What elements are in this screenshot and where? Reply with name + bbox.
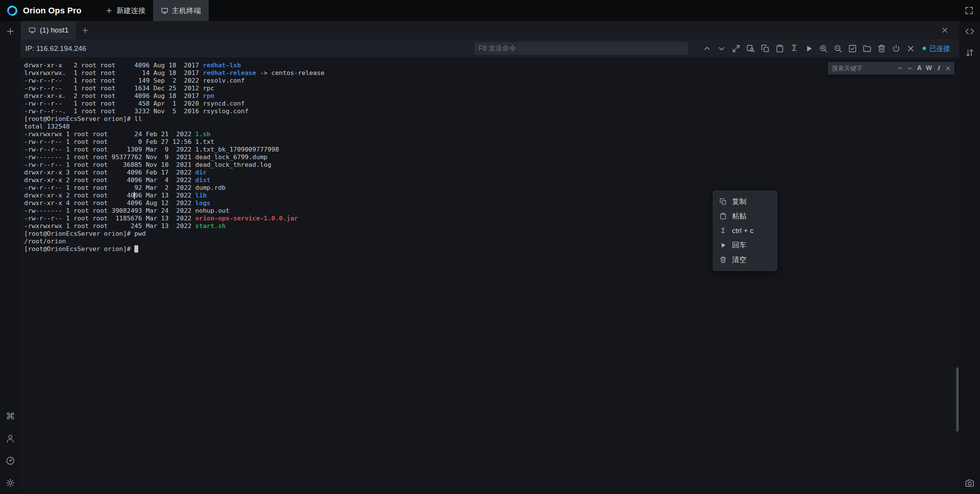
checkbox-button[interactable] [845,39,860,57]
play-button[interactable] [802,39,816,57]
search-buttons: AWI [895,62,953,75]
code-icon [965,26,975,36]
trash-button[interactable] [874,39,889,57]
expand-icon [732,44,741,53]
camera-button[interactable] [964,477,975,489]
close-terminal-button[interactable] [936,26,954,34]
nav-host-terminal-label: 主机终端 [172,6,201,16]
play-icon [804,44,813,53]
tabbar: (1) host1 [21,21,959,39]
chevron-down-button[interactable] [905,62,915,75]
fullscreen-button[interactable] [964,6,974,15]
context-menu-item[interactable]: 粘贴 [713,209,777,223]
command-icon: ⌘ [5,411,15,421]
close-button[interactable] [903,39,918,57]
regex-button[interactable]: I [934,62,943,75]
app-title: Orion Ops Pro [23,6,82,16]
screen-search-button[interactable] [743,39,758,57]
plus-button[interactable] [5,26,16,37]
terminal-line: total 132548 [24,123,950,130]
terminal-line: /root/orion [24,238,950,245]
copy-icon [719,198,727,205]
power-button[interactable] [889,39,903,57]
terminal-cursor [134,245,138,253]
terminal-line: -rw-r--r--. 1 root root 3232 Nov 5 2016 … [24,108,950,115]
terminal-toolbar: IP: 116.62.194.246 Σ 已连接 [21,39,959,57]
sigma-icon: Σ [790,44,799,53]
paste-button[interactable] [773,39,787,57]
dashboard-button[interactable] [5,455,16,466]
command-input[interactable] [474,42,688,55]
terminal-output: drwxr-xr-x 2 root root 4096 Aug 18 2017 … [24,62,950,494]
toolbar-icons: Σ [700,39,918,57]
sigma-icon: Σ [719,227,727,235]
chevron-down-button[interactable] [714,39,729,57]
zoom-in-button[interactable] [816,39,831,57]
terminal-line: -rwxrwxrwx 1 root root 24 Feb 21 2022 1.… [24,130,950,138]
nav-host-terminal[interactable]: 主机终端 [153,0,209,21]
context-menu-item-label: 清空 [732,255,746,265]
zoom-out-icon [833,44,843,53]
gear-button[interactable] [5,477,16,489]
terminal-line: drwxr-xr-x 2 root root 4096 Aug 18 2017 … [24,62,950,69]
terminal-scrollbar[interactable] [956,367,959,432]
expand-button[interactable] [729,39,743,57]
chevron-up-button[interactable] [895,62,905,75]
terminal-line: -rw-r--r-- 1 root root 36885 Nov 10 2021… [24,161,950,169]
chevron-up-button[interactable] [700,39,714,57]
terminal-line: drwxr-xr-x 2 root root 4096 Mar 13 2022 … [24,192,950,199]
context-menu-item[interactable]: 清空 [713,253,777,267]
context-menu-item[interactable]: 回车 [713,238,777,253]
terminal-line: -rw-r--r-- 1 root root 92 Mar 2 2022 dum… [24,184,950,192]
terminal-line: -rw------- 1 root root 39082493 Mar 24 2… [24,207,950,215]
search-input[interactable] [832,65,895,72]
context-menu-item-label: ctrl + c [732,227,753,235]
status-label: 已连接 [929,44,950,53]
nav-new-connection-label: 新建连接 [116,6,145,16]
terminal-line: -rw-r--r-- 1 root root 0 Feb 27 12:56 1.… [24,138,950,146]
terminal-line: -rw-r--r-- 1 root root 149 Sep 2 2022 re… [24,77,950,85]
new-tab-button[interactable] [76,21,95,39]
paste-icon [775,44,784,53]
zoom-out-button[interactable] [831,39,845,57]
context-menu-item-label: 回车 [732,240,746,250]
context-menu-item-label: 粘贴 [732,211,746,221]
match-case-button[interactable]: A [915,62,924,75]
sigma-button[interactable]: Σ [787,39,802,57]
copy-button[interactable] [758,39,773,57]
camera-icon [965,478,975,488]
command-button[interactable]: ⌘ [5,411,16,422]
terminal-line: drwxr-xr-x 4 root root 4096 Aug 12 2022 … [24,199,950,207]
terminal-line: drwxr-xr-x. 2 root root 4096 Aug 18 2017… [24,92,950,100]
terminal-search-bar: AWI [828,62,954,75]
left-rail: ⌘ [0,21,21,494]
user-button[interactable] [5,433,16,444]
folder-button[interactable] [860,39,874,57]
plus-icon [5,26,15,36]
right-rail [959,21,980,494]
terminal-line: lrwxrwxrwx. 1 root root 14 Aug 18 2017 r… [24,69,950,77]
terminal-line: [root@OrionEcsServer orion]# [24,245,950,253]
folder-icon [862,44,872,53]
close-button[interactable] [943,62,953,75]
terminal-tab[interactable]: (1) host1 [21,21,76,39]
whole-word-button[interactable]: W [924,62,934,75]
terminal-line: -rw------- 1 root root 95377762 Nov 9 20… [24,153,950,161]
terminal-line: drwxr-xr-x 3 root root 4096 Feb 17 2022 … [24,169,950,176]
terminal-line: -rw-r--r-- 1 root root 1309 Mar 9 2022 1… [24,146,950,153]
app-logo-icon [6,5,18,17]
fullscreen-icon [964,6,974,15]
chevron-down-icon [906,65,913,72]
plus-icon [81,26,89,34]
context-menu-item[interactable]: 复制 [713,194,777,209]
context-menu-item[interactable]: Σctrl + c [713,223,777,238]
swap-vertical-button[interactable] [964,47,975,59]
close-icon [945,65,951,72]
nav-new-connection[interactable]: 新建连接 [98,0,153,21]
code-button[interactable] [964,26,975,37]
terminal-line: [root@OrionEcsServer orion]# pwd [24,230,950,238]
terminal[interactable]: drwxr-xr-x 2 root root 4096 Aug 18 2017 … [21,57,959,494]
monitor-icon [28,26,36,34]
play-icon [719,241,727,249]
close-icon [906,44,915,53]
